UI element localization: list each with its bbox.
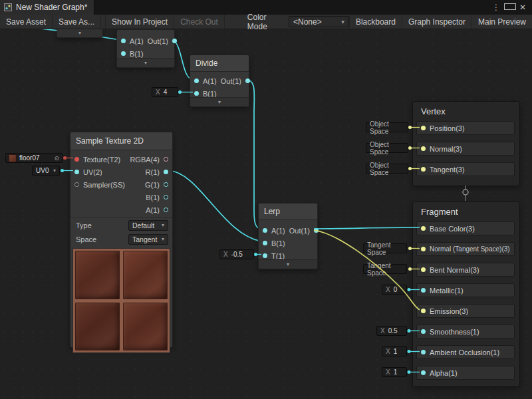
port-t-icon[interactable] [263, 253, 267, 258]
show-in-project-button[interactable]: Show In Project [105, 15, 174, 29]
fragment-basecolor-row[interactable]: Base Color(3) [416, 221, 515, 235]
tangent-space-dropdown[interactable]: Object Space [366, 164, 408, 174]
normal-space-dropdown[interactable]: Tangent Space [363, 243, 407, 253]
object-picker-icon[interactable]: ⊙ [54, 155, 59, 162]
chevron-down-icon[interactable]: ▾ [259, 259, 317, 269]
hidden-node-collapse-strip[interactable]: ▾ [57, 29, 103, 38]
port-row: A(1) Out(1) [190, 74, 249, 87]
vertex-position-row[interactable]: Position(3) [416, 121, 515, 135]
shader-graph-tab[interactable]: New Shader Graph* [0, 0, 94, 15]
fragment-emission-row[interactable]: Emission(3) [416, 304, 515, 318]
node-title[interactable]: Divide [190, 55, 249, 72]
port-r-icon[interactable] [164, 170, 168, 174]
vertex-tangent-row[interactable]: Tangent(3) [416, 162, 515, 176]
field-value: 4 [164, 88, 168, 96]
vertex-normal-row[interactable]: Normal(3) [416, 142, 515, 156]
normal-space-dropdown[interactable]: Object Space [366, 143, 408, 153]
texture-thumbnail [9, 154, 17, 162]
space-label: Space [76, 235, 96, 243]
graph-inspector-toggle[interactable]: Graph Inspector [402, 15, 471, 29]
sample-texture-2d-node[interactable]: Sample Texture 2D Texture(T2) RGBA(4) UV… [70, 132, 173, 348]
port-out-icon[interactable] [314, 228, 319, 233]
port-basecolor-icon[interactable] [421, 226, 426, 231]
port-normal-icon[interactable] [421, 247, 426, 251]
smoothness-value-field[interactable]: X 0.5 [376, 326, 407, 336]
vertex-context-block[interactable]: Vertex Position(3) Normal(3) Tangent(3) [412, 101, 520, 186]
color-mode-value: <None> [293, 17, 322, 27]
fragment-metallic-row[interactable]: Metallic(1) [416, 283, 515, 297]
field-value: -0.5 [231, 251, 243, 258]
node-title[interactable]: Lerp [259, 203, 317, 220]
port-g-icon[interactable] [164, 182, 168, 187]
blackboard-toggle[interactable]: Blackboard [349, 15, 402, 29]
fragment-smoothness-row[interactable]: Smoothness(1) [416, 325, 515, 338]
field-value: 0.5 [388, 327, 398, 334]
divide-b-value-field[interactable]: X 4 [152, 87, 178, 97]
fragment-bentnormal-row[interactable]: Bent Normal(3) [416, 263, 515, 277]
port-sampler-icon[interactable] [74, 182, 79, 187]
port-ao-icon[interactable] [421, 350, 426, 354]
ao-value-field[interactable]: X 1 [382, 346, 407, 356]
uv-channel-dropdown[interactable]: UV0 ▾ [32, 166, 60, 176]
lerp-node[interactable]: Lerp A(1) Out(1) B(1) T(1) ▾ [258, 203, 318, 269]
port-row: B(1) [70, 191, 172, 203]
space-dropdown[interactable]: Tangent ▾ [128, 234, 168, 245]
port-position-label: Position(3) [430, 124, 465, 132]
fragment-normal-row[interactable]: Normal (Tangent Space)(3) [416, 242, 515, 256]
bentnormal-space-dropdown[interactable]: Tangent Space [363, 264, 407, 274]
port-a-label: A(1) [130, 37, 144, 45]
port-a-icon[interactable] [263, 228, 267, 233]
fragment-context-block[interactable]: Fragment Base Color(3) Normal (Tangent S… [412, 201, 520, 387]
main-preview-toggle[interactable]: Main Preview [471, 15, 532, 29]
port-b-label: B(1) [146, 194, 160, 201]
port-normal-icon[interactable] [421, 146, 426, 151]
port-sampler-label: Sampler(SS) [83, 181, 125, 189]
port-texture-icon[interactable] [74, 157, 79, 162]
metallic-value-field[interactable]: X 0 [382, 285, 407, 295]
chevron-down-icon[interactable]: ▾ [190, 97, 249, 106]
port-out-icon[interactable] [245, 78, 250, 83]
port-b-icon[interactable] [164, 195, 168, 200]
port-g-label: G(1) [145, 181, 160, 189]
maximize-icon[interactable] [504, 3, 515, 12]
divide-node[interactable]: Divide A(1) Out(1) B(1) ▾ [190, 55, 249, 107]
alpha-value-field[interactable]: X 1 [382, 367, 407, 377]
port-tangent-icon[interactable] [421, 167, 426, 172]
node-title[interactable]: Sample Texture 2D [70, 132, 172, 150]
close-icon[interactable]: ✕ [517, 3, 528, 12]
port-position-icon[interactable] [421, 126, 426, 130]
fragment-alpha-row[interactable]: Alpha(1) [416, 366, 515, 380]
chevron-down-icon[interactable]: ▾ [117, 58, 174, 67]
chevron-down-icon[interactable]: ▾ [57, 29, 102, 37]
position-space-dropdown[interactable]: Object Space [366, 122, 408, 132]
save-as-button[interactable]: Save As... [53, 15, 101, 29]
check-out-button: Check Out [174, 15, 225, 29]
port-rgba-icon[interactable] [164, 157, 168, 162]
port-b-icon[interactable] [194, 91, 199, 96]
port-out-icon[interactable] [172, 39, 177, 43]
lerp-t-value-field[interactable]: X -0.5 [219, 249, 254, 259]
field-x-label: X [223, 251, 228, 258]
type-dropdown[interactable]: Default ▾ [128, 220, 168, 231]
port-a-icon[interactable] [121, 39, 126, 43]
port-b-icon[interactable] [121, 51, 126, 56]
port-b-icon[interactable] [263, 241, 267, 245]
top-math-node[interactable]: A(1) Out(1) B(1) ▾ [116, 29, 175, 68]
port-metallic-icon[interactable] [421, 288, 426, 293]
color-mode-dropdown[interactable]: <None> ▾ [289, 16, 349, 27]
port-uv-icon[interactable] [74, 170, 79, 174]
port-a-icon[interactable] [164, 207, 168, 212]
texture-object-field[interactable]: floor07 ⊙ [5, 153, 63, 163]
port-row: Texture(T2) RGBA(4) [70, 153, 172, 166]
tab-title: New Shader Graph* [16, 3, 87, 12]
port-alpha-icon[interactable] [421, 370, 426, 375]
port-bentnormal-icon[interactable] [421, 267, 426, 272]
port-rgba-label: RGBA(4) [130, 156, 160, 164]
fragment-ao-row[interactable]: Ambient Occlusion(1) [416, 345, 515, 359]
menu-icon[interactable]: ⋮ [491, 3, 501, 12]
port-b-label: B(1) [271, 239, 285, 247]
port-emission-icon[interactable] [421, 309, 426, 313]
port-smoothness-icon[interactable] [421, 329, 426, 334]
port-a-icon[interactable] [194, 78, 199, 83]
save-asset-button[interactable]: Save Asset [0, 15, 53, 29]
